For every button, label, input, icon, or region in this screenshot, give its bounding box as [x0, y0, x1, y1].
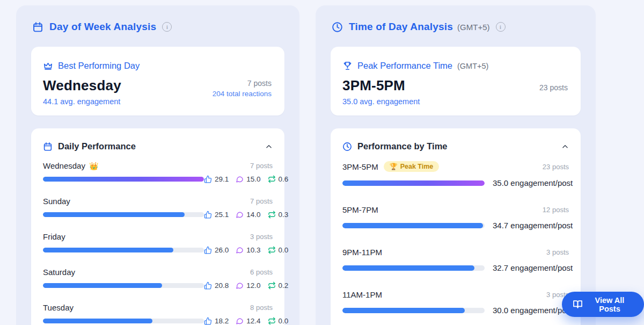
- peak-time-value: 3PM-5PM: [342, 77, 568, 94]
- performance-by-time-card: Performance by Time 3PM-5PM 🏆 Peak Time …: [331, 128, 581, 325]
- likes-stat: 29.1: [204, 175, 229, 183]
- likes-stat: 20.8: [204, 281, 229, 290]
- panel-title: Time of Day Analysis: [349, 21, 453, 33]
- engagement-bar-fill: [342, 223, 483, 228]
- engagement-bar-fill: [342, 308, 465, 313]
- best-day-engagement: 44.1 avg. engagement: [43, 97, 272, 106]
- reposts-value: 0.6: [279, 175, 289, 183]
- time-label: 9PM-11PM: [342, 248, 382, 257]
- repost-icon: [268, 317, 276, 325]
- comments-value: 12.4: [246, 317, 260, 325]
- engagement-bar-fill: [43, 177, 204, 182]
- engagement-bar-track: [43, 248, 204, 252]
- engagement-bar-track: [342, 265, 485, 271]
- peak-time-badge: 🏆 Peak Time: [384, 161, 440, 172]
- crown-icon: 👑: [89, 162, 98, 170]
- likes-stat: 18.2: [204, 317, 229, 325]
- reposts-stat: 0.2: [268, 281, 289, 290]
- clock-icon: [332, 21, 343, 33]
- likes-value: 20.8: [215, 281, 229, 290]
- timezone-label: (GMT+5): [457, 23, 489, 32]
- engagement-bar-fill: [43, 319, 152, 323]
- day-performance-row: Wednesday 👑 7 posts 29.1 15.0: [43, 161, 273, 183]
- chevron-up-icon[interactable]: [265, 143, 273, 150]
- engagement-bar-track: [342, 308, 485, 313]
- day-of-week-panel: Day of Week Analysis i Best Performing D…: [16, 5, 299, 325]
- reposts-value: 0.0: [279, 317, 289, 325]
- day-of-week-header: Day of Week Analysis i: [16, 16, 299, 34]
- timezone-label: (GMT+5): [457, 62, 488, 70]
- day-rows-list: Wednesday 👑 7 posts 29.1 15.0: [43, 161, 273, 325]
- view-all-posts-button[interactable]: View All Posts: [562, 292, 644, 317]
- post-count: 3 posts: [250, 233, 273, 241]
- repost-icon: [268, 211, 276, 219]
- comments-value: 14.0: [246, 211, 260, 219]
- calendar-icon: [43, 142, 53, 151]
- comments-stat: 12.0: [236, 281, 260, 290]
- day-label: Tuesday: [43, 303, 74, 312]
- peak-time-card: Peak Performance Time (GMT+5) 3PM-5PM 35…: [331, 47, 581, 115]
- trophy-icon: [342, 61, 353, 71]
- engagement-bar-track: [43, 212, 204, 217]
- peak-time-label: Peak Performance Time: [357, 61, 452, 71]
- day-label: Wednesday: [43, 161, 85, 170]
- time-performance-row: 5PM-7PM 12 posts 34.7 engagement/post: [342, 205, 569, 230]
- best-day-posts: 7 posts: [213, 79, 272, 88]
- comment-icon: [236, 246, 244, 254]
- repost-icon: [268, 175, 276, 183]
- time-rows-list: 3PM-5PM 🏆 Peak Time 23 posts 35.0 engage…: [342, 161, 569, 315]
- day-label: Friday: [43, 232, 65, 241]
- book-icon: [573, 299, 583, 309]
- day-performance-row: Friday 3 posts 26.0 10.3: [43, 232, 273, 254]
- day-performance-row: Sunday 7 posts 25.1 14.0: [43, 197, 273, 219]
- engagement-bar-fill: [342, 180, 485, 186]
- reposts-value: 0.2: [279, 281, 289, 290]
- peak-time-badge-label: Peak Time: [400, 163, 434, 170]
- daily-performance-card: Daily Performance Wednesday 👑 7 posts 29…: [31, 128, 284, 325]
- comments-value: 15.0: [246, 175, 260, 183]
- likes-value: 18.2: [215, 317, 229, 325]
- best-day-reactions: 204 total reactions: [213, 90, 272, 98]
- chevron-up-icon[interactable]: [561, 143, 569, 150]
- section-title-performance-by-time: Performance by Time: [357, 141, 556, 151]
- thumbs-up-icon: [204, 175, 212, 183]
- reposts-value: 0.3: [279, 211, 289, 219]
- likes-stat: 26.0: [204, 246, 229, 254]
- info-icon[interactable]: i: [162, 22, 172, 32]
- comments-value: 12.0: [246, 281, 260, 290]
- day-performance-row: Tuesday 8 posts 18.2 12.4: [43, 303, 273, 325]
- info-icon[interactable]: i: [496, 22, 506, 32]
- engagement-bar-fill: [43, 212, 185, 217]
- engagement-bar-track: [43, 319, 204, 323]
- post-count: 8 posts: [250, 304, 273, 312]
- comments-stat: 15.0: [236, 175, 260, 183]
- engagement-bar-track: [43, 177, 204, 182]
- engagement-per-post: 32.7 engagement/post: [493, 263, 573, 272]
- crown-icon: [43, 61, 53, 71]
- time-label: 11AM-1PM: [342, 290, 382, 299]
- comment-icon: [236, 211, 244, 219]
- post-count: 7 posts: [250, 162, 273, 170]
- likes-stat: 25.1: [204, 211, 229, 219]
- likes-value: 29.1: [215, 175, 229, 183]
- post-count: 3 posts: [546, 248, 569, 256]
- time-performance-row: 9PM-11PM 3 posts 32.7 engagement/post: [342, 248, 569, 272]
- engagement-bar-fill: [43, 283, 162, 288]
- thumbs-up-icon: [204, 281, 212, 290]
- time-of-day-panel: Time of Day Analysis (GMT+5) i Peak Perf…: [316, 5, 596, 325]
- engagement-bar-track: [43, 283, 204, 288]
- best-day-label: Best Performing Day: [58, 61, 140, 71]
- engagement-bar-fill: [43, 248, 173, 252]
- panel-title: Day of Week Analysis: [49, 21, 156, 33]
- repost-icon: [268, 246, 276, 254]
- post-count: 12 posts: [543, 206, 569, 214]
- time-label: 3PM-5PM: [342, 162, 378, 171]
- comment-icon: [236, 175, 244, 183]
- engagement-bar-track: [342, 180, 485, 186]
- best-day-card: Best Performing Day Wednesday 44.1 avg. …: [31, 47, 284, 115]
- thumbs-up-icon: [204, 246, 212, 254]
- post-count: 6 posts: [250, 268, 273, 276]
- comments-stat: 14.0: [236, 211, 260, 219]
- time-of-day-header: Time of Day Analysis (GMT+5) i: [316, 16, 596, 34]
- repost-icon: [268, 281, 276, 290]
